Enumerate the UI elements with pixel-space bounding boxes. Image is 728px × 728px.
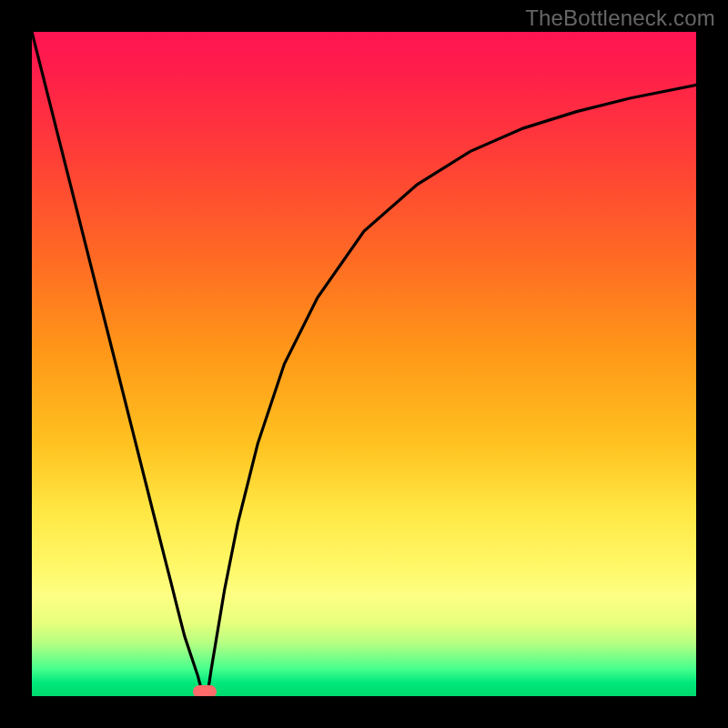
curve-right-branch	[207, 85, 696, 691]
curve-layer	[32, 32, 696, 696]
curve-left-branch	[32, 32, 202, 692]
watermark-text: TheBottleneck.com	[525, 5, 715, 31]
chart-frame: TheBottleneck.com	[0, 0, 728, 728]
plot-area	[32, 32, 696, 696]
minimum-marker	[193, 685, 217, 696]
